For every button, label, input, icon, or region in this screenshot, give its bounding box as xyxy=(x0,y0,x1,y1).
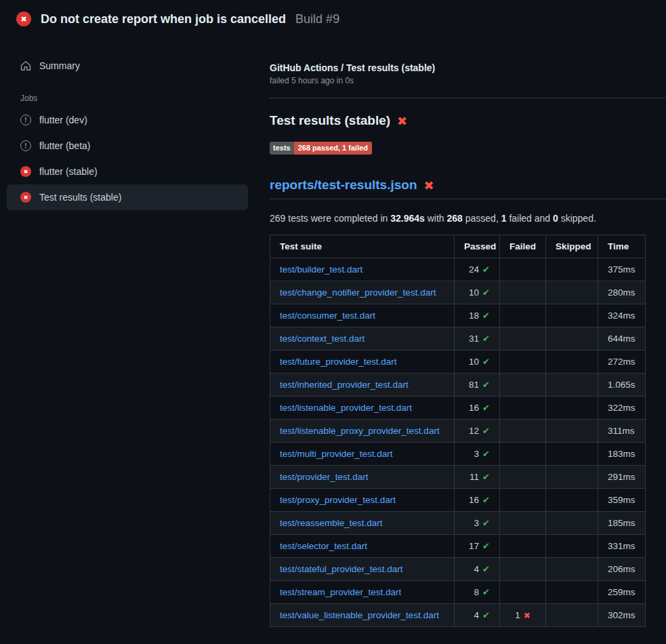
check-icon: ✔ xyxy=(482,380,490,390)
jobs-section-label: Jobs xyxy=(20,94,248,103)
time-cell: 291ms xyxy=(598,466,646,489)
time-cell: 206ms xyxy=(598,558,646,581)
skipped-cell xyxy=(546,420,598,443)
suite-link[interactable]: test/stateful_provider_test.dart xyxy=(280,564,403,574)
results-table: Test suite Passed Failed Skipped Time te… xyxy=(270,235,646,627)
col-time: Time xyxy=(598,235,646,258)
time-cell: 185ms xyxy=(598,512,646,535)
skipped-cell xyxy=(546,374,598,397)
time-cell: 375ms xyxy=(598,258,646,281)
table-row: test/reassemble_test.dart 3✔ 185ms xyxy=(270,512,646,535)
suite-link[interactable]: test/future_provider_test.dart xyxy=(280,357,397,367)
check-icon: ✔ xyxy=(482,287,490,298)
check-icon: ✔ xyxy=(482,564,490,574)
col-failed: Failed xyxy=(500,235,546,258)
page-title: Do not create report when job is cancell… xyxy=(41,12,286,26)
suite-cell: test/change_notifier_provider_test.dart xyxy=(270,281,455,304)
time-cell: 311ms xyxy=(598,420,646,443)
skipped-cell xyxy=(546,258,598,281)
passed-cell: 4✔ xyxy=(455,604,500,627)
suite-link[interactable]: test/multi_provider_test.dart xyxy=(280,449,393,459)
time-cell: 183ms xyxy=(598,443,646,466)
suite-link[interactable]: test/stream_provider_test.dart xyxy=(280,587,401,597)
sidebar-item-job[interactable]: ! flutter (beta) xyxy=(7,133,248,159)
table-row: test/change_notifier_provider_test.dart … xyxy=(270,281,646,304)
skipped-cell xyxy=(546,581,598,604)
suite-cell: test/multi_provider_test.dart xyxy=(270,443,455,466)
failed-icon: ✖ xyxy=(20,192,31,203)
suite-link[interactable]: test/change_notifier_provider_test.dart xyxy=(280,287,436,298)
suite-link[interactable]: test/proxy_provider_test.dart xyxy=(280,495,396,505)
col-skipped: Skipped xyxy=(546,235,598,258)
time-cell: 331ms xyxy=(598,535,646,558)
suite-link[interactable]: test/consumer_test.dart xyxy=(280,310,375,321)
suite-link[interactable]: test/listenable_provider_test.dart xyxy=(280,403,412,413)
suite-link[interactable]: test/selector_test.dart xyxy=(280,541,367,551)
table-row: test/provider_test.dart 11✔ 291ms xyxy=(270,466,646,489)
suite-cell: test/listenable_proxy_provider_test.dart xyxy=(270,420,455,443)
table-row: test/listenable_proxy_provider_test.dart… xyxy=(270,420,646,443)
passed-cell: 10✔ xyxy=(455,350,500,374)
sidebar-item-label: flutter (dev) xyxy=(39,115,87,125)
suite-link[interactable]: test/listenable_proxy_provider_test.dart xyxy=(280,426,440,436)
section-title: Test results (stable) ✖ xyxy=(270,113,666,128)
table-row: test/builder_test.dart 24✔ 375ms xyxy=(270,258,646,281)
suite-link[interactable]: test/value_listenable_provider_test.dart xyxy=(280,610,439,620)
results-table-body: test/builder_test.dart 24✔ 375ms test/ch… xyxy=(270,258,646,627)
failed-icon: ✖ xyxy=(20,166,31,177)
suite-cell: test/context_test.dart xyxy=(270,327,455,350)
failed-cell xyxy=(500,281,546,304)
suite-cell: test/proxy_provider_test.dart xyxy=(270,489,455,512)
summary-line: 269 tests were completed in 32.964s with… xyxy=(270,213,666,224)
table-row: test/value_listenable_provider_test.dart… xyxy=(270,604,646,627)
passed-cell: 16✔ xyxy=(455,489,500,512)
suite-link[interactable]: test/inherited_provider_test.dart xyxy=(280,380,409,390)
suite-link[interactable]: test/provider_test.dart xyxy=(280,472,369,482)
suite-link[interactable]: test/context_test.dart xyxy=(280,334,365,344)
check-icon: ✔ xyxy=(482,310,490,321)
passed-cell: 31✔ xyxy=(455,327,500,350)
failed-cell xyxy=(500,350,546,374)
suite-link[interactable]: test/reassemble_test.dart xyxy=(280,518,383,528)
failed-cell xyxy=(500,374,546,397)
failed-cell: 1✖ xyxy=(500,604,546,627)
table-header-row: Test suite Passed Failed Skipped Time xyxy=(270,235,646,258)
passed-cell: 11✔ xyxy=(455,466,500,489)
suite-cell: test/inherited_provider_test.dart xyxy=(270,374,455,397)
section-title-text: Test results (stable) xyxy=(270,113,390,128)
table-row: test/multi_provider_test.dart 3✔ 183ms xyxy=(270,443,646,466)
skipped-cell xyxy=(546,489,598,512)
suite-link[interactable]: test/builder_test.dart xyxy=(280,264,362,275)
suite-cell: test/listenable_provider_test.dart xyxy=(270,397,455,420)
failed-cell xyxy=(500,535,546,558)
main-content: GitHub Actions / Test results (stable) f… xyxy=(260,37,666,627)
suite-cell: test/selector_test.dart xyxy=(270,535,455,558)
failed-cell xyxy=(500,581,546,604)
sidebar-item-job[interactable]: ✖ flutter (stable) xyxy=(7,159,248,184)
table-row: test/proxy_provider_test.dart 16✔ 359ms xyxy=(270,489,646,512)
col-passed: Passed xyxy=(455,235,500,258)
sidebar-item-job[interactable]: ✖ Test results (stable) xyxy=(7,184,248,210)
report-link[interactable]: reports/test-results.json xyxy=(270,178,417,193)
skipped-cell xyxy=(546,327,598,350)
suite-cell: test/stream_provider_test.dart xyxy=(270,581,455,604)
failed-x-icon: ✖ xyxy=(424,178,434,193)
home-icon xyxy=(20,60,31,71)
table-row: test/consumer_test.dart 18✔ 324ms xyxy=(270,304,646,327)
passed-cell: 8✔ xyxy=(455,581,500,604)
time-cell: 280ms xyxy=(598,281,646,304)
failed-cell xyxy=(500,397,546,420)
failed-cell xyxy=(500,304,546,327)
failed-cell xyxy=(500,466,546,489)
failed-cell xyxy=(500,558,546,581)
failed-cell xyxy=(500,420,546,443)
time-cell: 1.065s xyxy=(598,374,646,397)
sidebar-item-summary[interactable]: Summary xyxy=(7,53,248,79)
sidebar-item-label: flutter (stable) xyxy=(39,166,98,177)
check-icon: ✔ xyxy=(482,264,490,275)
suite-cell: test/future_provider_test.dart xyxy=(270,350,455,374)
skipped-cell xyxy=(546,466,598,489)
sidebar-item-job[interactable]: ! flutter (dev) xyxy=(7,107,248,133)
failed-status-icon: ✖ xyxy=(16,12,31,26)
skipped-cell xyxy=(546,350,598,374)
